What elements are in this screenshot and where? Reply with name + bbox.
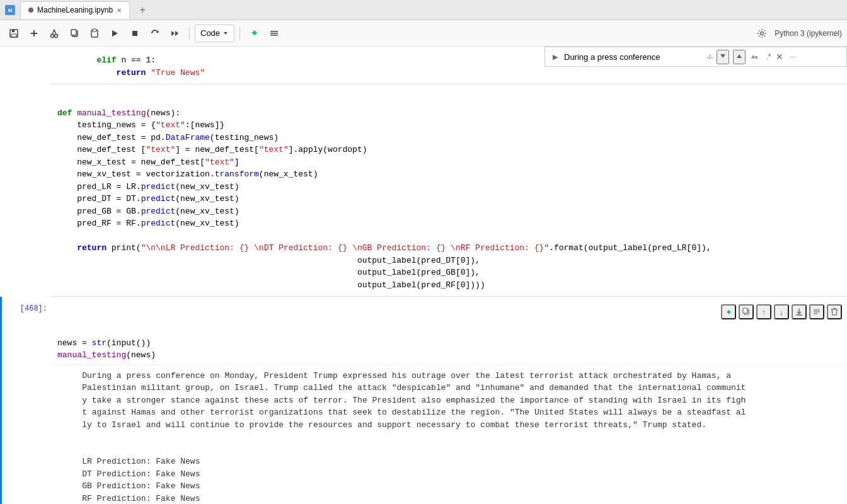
svg-point-23 <box>761 32 764 35</box>
svg-rect-28 <box>743 308 747 313</box>
cell-1-number <box>2 49 52 84</box>
cell-magic-btn[interactable]: ✦ <box>721 304 736 319</box>
svg-rect-22 <box>270 35 278 36</box>
svg-text:Aa: Aa <box>751 54 758 60</box>
cell-468-content: ✦ ↑ ↓ news = str(input()) manual_testing… <box>52 299 847 504</box>
search-regex-btn[interactable]: .* <box>764 51 772 62</box>
svg-line-9 <box>52 30 54 35</box>
fast-forward-btn[interactable] <box>166 25 184 42</box>
cell-move-down-btn[interactable]: ↓ <box>774 304 789 319</box>
toolbar-divider-2 <box>239 27 240 40</box>
cell-type-dropdown[interactable]: Code <box>195 25 234 42</box>
cut-btn[interactable] <box>45 25 63 42</box>
svg-text:M: M <box>8 8 13 13</box>
cell-468-output: During a press conference on Monday, Pre… <box>52 364 847 505</box>
kernel-settings-btn[interactable] <box>754 26 769 41</box>
svg-point-8 <box>55 34 58 37</box>
add-cell-btn[interactable] <box>25 25 43 42</box>
cell-2-content: def manual_testing(news): testing_news =… <box>52 89 847 296</box>
cell-2-code[interactable]: def manual_testing(news): testing_news =… <box>52 92 847 294</box>
restart-btn[interactable] <box>146 25 164 42</box>
search-bar: ▶ -/- Aa .* ✕ ··· <box>544 47 847 67</box>
tab-title: MachineLeaning.ipynb <box>37 6 113 14</box>
svg-rect-21 <box>270 33 278 34</box>
cell-468-toolbar: ✦ ↑ ↓ <box>52 302 847 322</box>
svg-rect-3 <box>12 30 14 32</box>
cell-2-number <box>2 89 52 296</box>
kernel-name: Python 3 (ipykernel) <box>775 29 842 38</box>
gear-icon <box>757 28 767 38</box>
svg-marker-18 <box>175 31 178 36</box>
notebook-tab[interactable]: MachineLeaning.ipynb ✕ <box>20 1 130 19</box>
cell-download-btn[interactable] <box>792 304 807 319</box>
cell-468: [468]: ✦ ↑ ↓ n <box>0 297 847 504</box>
cell-copy-btn[interactable] <box>739 304 754 319</box>
svg-rect-16 <box>132 31 137 36</box>
search-aa-btn[interactable]: Aa <box>749 50 761 64</box>
cell-format-btn[interactable] <box>809 304 824 319</box>
search-next-btn[interactable] <box>733 50 746 64</box>
notebook-container: elif n == 1: return "True News" def manu… <box>0 47 847 504</box>
magic-btn[interactable]: ✦ <box>245 25 263 42</box>
svg-marker-24 <box>720 54 725 58</box>
list-icon <box>269 28 279 38</box>
svg-marker-25 <box>737 54 742 58</box>
cell-delete-btn[interactable] <box>827 304 842 319</box>
svg-point-7 <box>51 34 54 37</box>
toolbar-divider-1 <box>189 27 190 40</box>
app-icon: M <box>5 5 15 15</box>
search-input[interactable] <box>564 52 703 62</box>
svg-marker-15 <box>112 30 118 37</box>
save-btn[interactable] <box>5 25 23 42</box>
list-btn[interactable] <box>265 25 283 42</box>
dropdown-arrow-icon <box>222 30 229 37</box>
tab-modified-dot <box>28 8 33 13</box>
cell-move-up-btn[interactable]: ↑ <box>756 304 771 319</box>
paste-btn[interactable] <box>86 25 103 42</box>
cell-2: def manual_testing(news): testing_news =… <box>0 84 847 296</box>
cell-468-code[interactable]: news = str(input()) manual_testing(news) <box>52 322 847 364</box>
svg-line-10 <box>54 30 56 35</box>
svg-rect-20 <box>270 31 278 32</box>
search-prev-btn[interactable] <box>717 50 729 64</box>
search-close-btn[interactable]: ✕ <box>776 52 783 62</box>
tab-close-btn[interactable]: ✕ <box>117 7 122 14</box>
new-tab-btn[interactable]: + <box>135 3 150 18</box>
svg-rect-12 <box>71 30 76 35</box>
search-expand-btn[interactable]: ▶ <box>550 52 560 62</box>
cell-type-label: Code <box>200 28 220 38</box>
main-toolbar: Code ✦ Python 3 (ipykernel) <box>0 20 847 47</box>
cell-468-number: [468]: <box>2 299 52 504</box>
svg-marker-17 <box>171 31 175 36</box>
svg-marker-19 <box>224 32 228 35</box>
svg-rect-14 <box>93 29 96 32</box>
stop-btn[interactable] <box>126 25 144 42</box>
run-btn[interactable] <box>106 25 124 42</box>
search-status: -/- <box>706 53 713 60</box>
title-bar: M MachineLeaning.ipynb ✕ + <box>0 0 847 20</box>
copy-btn[interactable] <box>66 25 83 42</box>
